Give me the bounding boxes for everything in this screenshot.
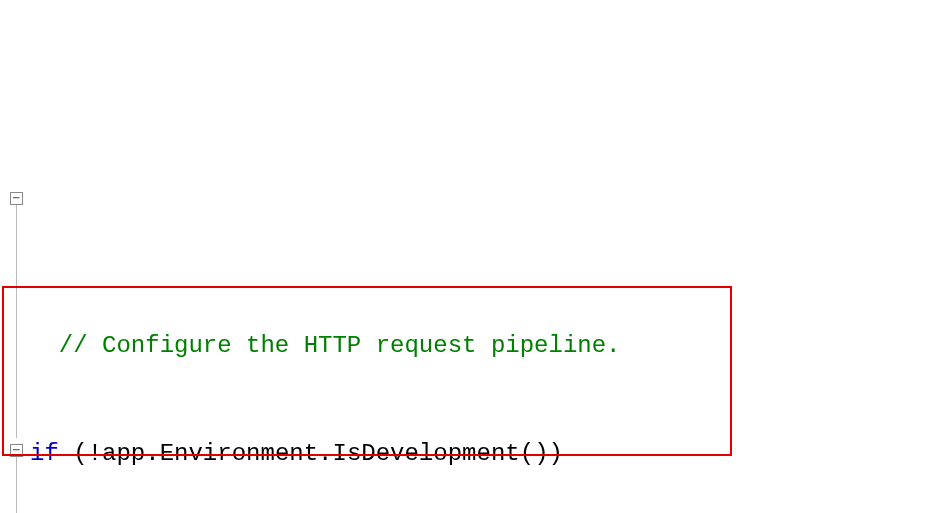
- code-line[interactable]: // Configure the HTTP request pipeline.: [30, 328, 946, 364]
- gutter: − −: [0, 144, 26, 513]
- dot: .: [145, 440, 159, 467]
- fold-toggle-else[interactable]: −: [10, 444, 23, 457]
- fold-toggle-if[interactable]: −: [10, 192, 23, 205]
- comment-text: // Configure the HTTP request pipeline.: [59, 332, 621, 359]
- code-editor[interactable]: − − // Configure the HTTP request pipeli…: [0, 144, 946, 513]
- fold-line-else: [16, 457, 17, 513]
- identifier: app: [102, 440, 145, 467]
- parens: (): [520, 440, 549, 467]
- keyword-if: if: [30, 440, 59, 467]
- fold-line-if: [16, 205, 17, 438]
- operator-not: !: [88, 440, 102, 467]
- paren: (: [73, 440, 87, 467]
- paren: ): [549, 440, 563, 467]
- dot: .: [318, 440, 332, 467]
- code-line[interactable]: if (!app.Environment.IsDevelopment()): [30, 436, 946, 472]
- identifier: Environment: [160, 440, 318, 467]
- identifier: IsDevelopment: [333, 440, 520, 467]
